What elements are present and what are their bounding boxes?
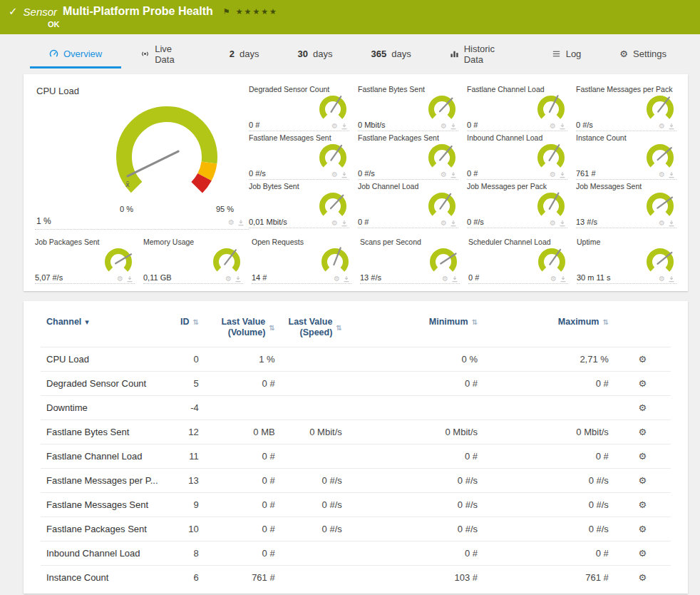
- gauge-download-icon[interactable]: [126, 275, 133, 283]
- gauge-settings-icon[interactable]: ⚙: [334, 275, 340, 283]
- tab-2-days[interactable]: 2days: [210, 41, 279, 68]
- gauge-dial: [427, 94, 457, 124]
- gauge-settings-icon[interactable]: ⚙: [331, 220, 338, 227]
- tab-30-days[interactable]: 30days: [279, 41, 352, 68]
- channel-settings-icon[interactable]: ⚙: [639, 354, 647, 365]
- channel-settings-icon[interactable]: ⚙: [639, 427, 647, 437]
- channel-settings-icon[interactable]: ⚙: [639, 402, 647, 413]
- gauge-settings-icon[interactable]: ⚙: [441, 220, 447, 227]
- gauge-download-icon[interactable]: [668, 171, 675, 178]
- channel-row-cpu-load: CPU Load01 %0 %2,71 %⚙: [41, 347, 671, 372]
- sensor-header: ✓ Sensor Multi-Platform Probe Health ⚑ ★…: [0, 0, 700, 34]
- tab-live-data[interactable]: Live Data: [121, 41, 210, 68]
- gauge-download-icon[interactable]: [341, 171, 348, 178]
- channel-row-instance-count: Instance Count6761 #103 #761 #⚙: [41, 566, 671, 590]
- tab-label: Settings: [633, 49, 666, 59]
- gauge-download-icon[interactable]: [559, 171, 566, 178]
- cell-last-value-speed: 0 #/s: [281, 469, 348, 493]
- gauge-arc: [318, 94, 348, 124]
- gauge-tile-degraded-sensor-count: Degraded Sensor Count 0 # ⚙: [249, 83, 349, 131]
- gauge-settings-icon[interactable]: ⚙: [550, 220, 556, 227]
- column-label: Last Value(Volume): [221, 317, 265, 338]
- gauge-value: 0 #: [249, 121, 259, 130]
- gauge-settings-icon[interactable]: ⚙: [331, 123, 338, 130]
- priority-stars[interactable]: ★★★★★: [236, 7, 278, 16]
- gauge-download-icon[interactable]: [668, 220, 675, 227]
- cell-channel: CPU Load: [41, 347, 166, 372]
- flag-icon[interactable]: ⚑: [223, 7, 230, 16]
- gauge-value: 13 #/s: [360, 273, 381, 283]
- gauge-tile-job-bytes-sent: Job Bytes Sent 0,01 Mbit/s ⚙: [249, 180, 349, 228]
- cell-actions: ⚙: [614, 517, 671, 541]
- status-ok-check-icon: ✓: [9, 5, 18, 18]
- column-label: ID: [180, 317, 190, 327]
- gauge-settings-icon[interactable]: ⚙: [117, 275, 123, 283]
- gauge-arc: [428, 247, 458, 277]
- mini-gauge-grid: Degraded Sensor Count 0 # ⚙ Fastlane Byt…: [249, 83, 676, 230]
- tab-historic-data[interactable]: Historic Data: [431, 41, 532, 68]
- column-header-maximum[interactable]: Maximum⇅: [483, 312, 614, 347]
- gauge-arc: [536, 191, 566, 221]
- channel-settings-icon[interactable]: ⚙: [639, 451, 647, 462]
- gauge-dial: [536, 143, 566, 173]
- column-header-id[interactable]: ID⇅: [166, 312, 204, 347]
- gauge-download-icon[interactable]: [450, 171, 457, 178]
- channel-settings-icon[interactable]: ⚙: [639, 572, 647, 583]
- gauge-settings-icon[interactable]: ⚙: [659, 171, 665, 178]
- column-header-last-value-volume[interactable]: Last Value(Volume)⇅: [205, 312, 281, 347]
- gauge-settings-icon[interactable]: ⚙: [550, 123, 556, 130]
- gauge-settings-icon[interactable]: ⚙: [550, 275, 557, 283]
- cell-id: 12: [166, 420, 204, 444]
- channel-settings-icon[interactable]: ⚙: [639, 378, 647, 389]
- gauge-download-icon[interactable]: [668, 275, 675, 283]
- gauge-settings-icon[interactable]: ⚙: [441, 171, 447, 178]
- gauge-dial: [212, 247, 242, 277]
- channel-settings-icon[interactable]: ⚙: [639, 548, 647, 559]
- gauge-tile-fastlane-packages-sent: Fastlane Packages Sent 0 #/s ⚙: [358, 131, 458, 180]
- tab-365-days[interactable]: 365days: [351, 41, 430, 68]
- gauge-settings-icon[interactable]: ⚙: [659, 123, 665, 130]
- gauge-title: Fastlane Messages Sent: [249, 133, 348, 143]
- sensor-kind-label: Sensor: [24, 6, 58, 18]
- gauge-download-icon[interactable]: [235, 275, 242, 283]
- cell-minimum: 103 #: [348, 566, 483, 590]
- gauge-download-icon[interactable]: [668, 123, 675, 130]
- gauge-action-icons: ⚙: [331, 123, 348, 130]
- tab-log[interactable]: Log: [532, 41, 601, 68]
- gauge-download-icon[interactable]: [237, 219, 245, 226]
- gauge-download-icon[interactable]: [559, 220, 566, 227]
- gauge-settings-icon[interactable]: ⚙: [659, 220, 665, 227]
- column-header-channel[interactable]: Channel▾: [41, 312, 166, 347]
- cell-last-value-speed: [281, 444, 348, 469]
- gauge-download-icon[interactable]: [343, 275, 350, 283]
- channel-settings-icon[interactable]: ⚙: [639, 475, 647, 486]
- gauge-download-icon[interactable]: [450, 220, 457, 227]
- gauge-settings-icon[interactable]: ⚙: [441, 123, 447, 130]
- column-header-minimum[interactable]: Minimum⇅: [348, 312, 483, 347]
- gauge-download-icon[interactable]: [341, 123, 348, 130]
- gauge-download-icon[interactable]: [560, 275, 567, 283]
- gauge-settings-icon[interactable]: ⚙: [228, 219, 235, 226]
- gauge-tile-scheduler-channel-load: Scheduler Channel Load 0 # ⚙: [468, 235, 568, 284]
- tab-number: 30: [298, 49, 308, 59]
- gauge-settings-icon[interactable]: ⚙: [442, 275, 448, 283]
- gauge-title: Instance Count: [576, 133, 675, 143]
- gauge-settings-icon[interactable]: ⚙: [659, 275, 665, 283]
- gauge-download-icon[interactable]: [559, 123, 566, 130]
- gauge-settings-icon[interactable]: ⚙: [331, 171, 338, 178]
- gauge-title: Degraded Sensor Count: [249, 85, 348, 94]
- tab-settings[interactable]: ⚙Settings: [600, 41, 686, 68]
- channel-settings-icon[interactable]: ⚙: [639, 524, 647, 534]
- gauge-download-icon[interactable]: [341, 220, 348, 227]
- channel-settings-icon[interactable]: ⚙: [639, 499, 647, 510]
- cell-channel: Downtime: [41, 396, 166, 420]
- cpu-load-gauge: x̄ 0 % 95 %: [96, 96, 238, 215]
- gauge-title: Scheduler Channel Load: [468, 238, 567, 247]
- tab-overview[interactable]: Overview: [30, 41, 121, 68]
- gauge-settings-icon[interactable]: ⚙: [225, 275, 232, 283]
- gauge-value: 0,11 GB: [143, 273, 172, 283]
- gauge-download-icon[interactable]: [451, 275, 458, 283]
- gauge-download-icon[interactable]: [450, 123, 457, 130]
- column-header-last-value-speed[interactable]: Last Value(Speed)⇅: [281, 312, 348, 347]
- gauge-settings-icon[interactable]: ⚙: [550, 171, 556, 178]
